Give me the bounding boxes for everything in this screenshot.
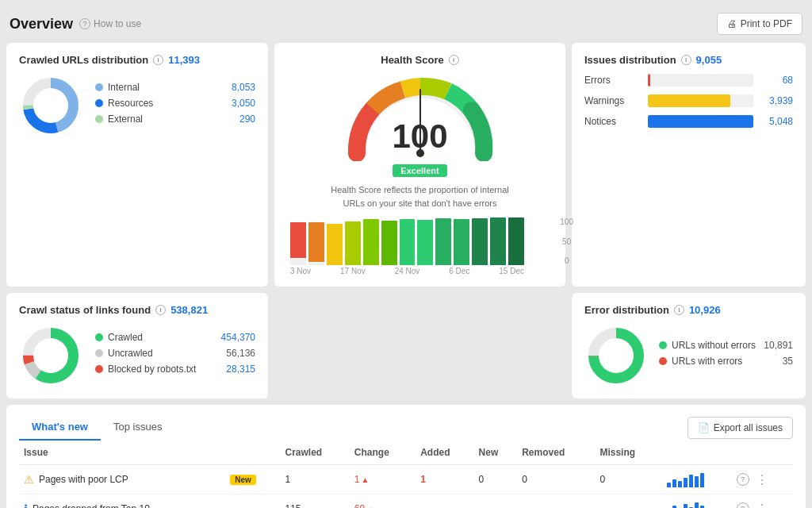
col-added: Added <box>416 441 473 465</box>
issues-table-panel: What's new Top issues 📄 Export all issue… <box>6 405 806 508</box>
col-removed: Removed <box>517 441 595 465</box>
empty-middle <box>274 293 565 398</box>
table-row: ℹ Pages dropped from Top 10 115 69 ▲ — —… <box>19 495 793 509</box>
table-row: ⚠ Pages with poor LCP New 1 1 ▲ 1 0 0 0 <box>19 465 793 495</box>
tab-whats-new[interactable]: What's new <box>19 414 101 441</box>
export-icon: 📄 <box>698 422 710 433</box>
help-icon[interactable]: ? <box>737 473 749 486</box>
health-score-info-icon[interactable]: i <box>449 55 459 65</box>
mini-chart <box>667 501 727 508</box>
col-change: Change <box>350 441 416 465</box>
warning-icon: ⚠ <box>24 473 34 486</box>
health-gauge: 100 <box>341 74 500 161</box>
error-dist-legend: URLs without errors 10,891 URLs with err… <box>659 340 793 371</box>
health-score-title: Health Score i <box>290 54 550 66</box>
col-chart <box>662 441 732 465</box>
error-distribution-donut <box>584 324 648 387</box>
svg-point-11 <box>33 338 68 373</box>
more-options-icon[interactable]: ⋮ <box>756 502 768 509</box>
crawled-urls-donut <box>19 74 82 137</box>
page-header: Overview ? How to use 🖨 Print to PDF <box>6 6 806 43</box>
how-to-use-link[interactable]: ? How to use <box>79 18 141 29</box>
col-crawled: Crawled <box>281 441 350 465</box>
health-chart: 3 Nov17 Nov24 Nov6 Dec15 Dec 100500 <box>290 217 550 275</box>
issues-info-icon[interactable]: i <box>681 55 691 65</box>
crawl-status-legend: Crawled 454,370 Uncrawled 56,136 Blocked… <box>95 332 255 379</box>
issues-tabs: What's new Top issues <box>19 414 174 441</box>
crawled-urls-title: Crawled URLs distribution i 11,393 <box>19 54 255 66</box>
help-icon[interactable]: ? <box>737 502 749 508</box>
export-all-issues-button[interactable]: 📄 Export all issues <box>688 417 793 439</box>
print-icon: 🖨 <box>727 18 737 29</box>
col-missing: Missing <box>595 441 661 465</box>
col-actions <box>732 441 793 465</box>
issues-distribution-panel: Issues distribution i 9,055 Errors 68 Wa… <box>572 43 806 287</box>
health-score-value: 100 <box>392 120 447 153</box>
crawled-urls-panel: Crawled URLs distribution i 11,393 <box>6 43 268 287</box>
col-new-badge <box>220 441 280 465</box>
error-distribution-panel: Error distribution i 10,926 <box>572 293 806 398</box>
health-score-panel: Health Score i 100 <box>274 43 565 287</box>
more-options-icon[interactable]: ⋮ <box>756 472 768 487</box>
page-title: Overview <box>10 16 73 33</box>
crawled-urls-legend: Internal 8,053 Resources 3,050 External … <box>95 82 255 129</box>
info-icon: ℹ <box>24 502 28 508</box>
svg-point-4 <box>33 88 68 123</box>
error-dist-info-icon[interactable]: i <box>674 305 684 315</box>
issues-table: Issue Crawled Change Added New Removed M… <box>19 441 793 508</box>
health-description: Health Score reflects the proportion of … <box>325 183 515 210</box>
mini-chart <box>667 471 727 487</box>
crawl-status-donut <box>19 324 82 387</box>
health-chart-labels: 3 Nov17 Nov24 Nov6 Dec15 Dec <box>290 267 524 275</box>
print-to-pdf-button[interactable]: 🖨 Print to PDF <box>717 13 802 35</box>
tab-top-issues[interactable]: Top issues <box>101 414 174 441</box>
crawled-urls-info-icon[interactable]: i <box>153 55 163 65</box>
issues-rows: Errors 68 Warnings 3,939 Notices 5,048 <box>584 74 793 128</box>
issues-distribution-title: Issues distribution i 9,055 <box>584 54 793 66</box>
col-issue: Issue <box>19 441 220 465</box>
help-icon: ? <box>79 18 90 29</box>
excellent-badge: Excellent <box>290 164 550 183</box>
svg-point-15 <box>599 338 634 373</box>
col-new: New <box>474 441 518 465</box>
crawl-status-info-icon[interactable]: i <box>155 305 166 315</box>
crawl-status-panel: Crawl status of links found i 538,821 <box>6 293 268 398</box>
